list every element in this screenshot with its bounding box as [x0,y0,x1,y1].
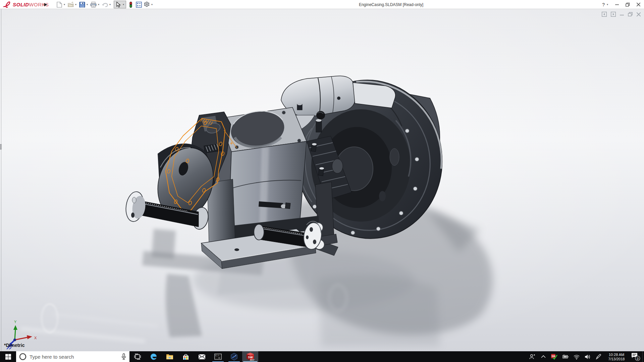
show-desktop-button[interactable] [642,351,644,362]
rebuild-button[interactable] [127,1,134,8]
file-explorer-button[interactable] [162,351,178,362]
windows-taskbar: Type here to search [0,351,644,362]
window-controls: ? ▾ [602,0,641,9]
panel-splitter[interactable] [1,9,1,351]
people-button[interactable] [527,351,538,362]
battery-button[interactable] [560,351,571,362]
close-button[interactable] [635,1,641,8]
help-button[interactable]: ? [602,2,605,7]
mail-icon [198,354,206,360]
doc-minimize-button[interactable] [620,12,624,16]
taskbar-clock[interactable]: 10:28 AM 7/13/2018 [604,352,629,361]
traffic-light-icon [127,1,134,8]
engine-casing-model[interactable] [0,9,644,351]
system-tray: SW [527,351,644,362]
command-prompt-icon: C:\ [214,354,222,360]
gear-icon [143,1,150,8]
sw-cube-year: 2017 [250,359,255,361]
document-title: EngineCasing.SLDASM [Read-only] [341,0,441,9]
volume-button[interactable] [582,351,593,362]
solidworks-monitor-icon: SW [551,354,558,360]
undo-icon [101,1,108,8]
svg-text:SW: SW [552,355,555,357]
solidworks-logo: SOLIDWORKS [3,1,49,8]
new-document-button[interactable]: ▾ [56,1,66,8]
windows-logo-icon [5,354,11,360]
dock-right-button[interactable] [611,12,616,17]
windows-ink-button[interactable] [593,351,604,362]
command-prompt-button[interactable]: C:\ [210,351,226,362]
action-center-icon: 2 [631,352,640,361]
doc-close-button[interactable] [637,12,641,16]
hexagon-app-icon [230,353,238,361]
display-settings-icon [135,1,142,8]
view-orientation-label: *Dimetric [4,343,24,348]
brand-bold: SOLID [13,2,29,7]
solidworks-monitor-button[interactable]: SW [549,351,560,362]
cortana-icon [19,353,27,361]
wifi-icon [573,354,580,360]
chevron-up-icon [541,355,546,359]
notification-badge: 2 [637,357,639,360]
select-tool-button[interactable]: ▾ [114,1,126,8]
battery-icon [562,354,569,359]
triad-x-label: X [34,336,37,340]
mail-button[interactable] [194,351,210,362]
document-window-controls [602,12,641,17]
options-button[interactable]: ▾ [143,1,154,8]
speaker-icon [584,354,591,360]
new-document-icon [56,1,63,8]
search-placeholder: Type here to search [30,354,118,360]
restore-button[interactable] [625,1,631,8]
taskbar-search[interactable]: Type here to search [16,351,129,362]
store-button[interactable] [178,351,194,362]
edge-button[interactable] [146,351,162,362]
select-cursor-icon [115,1,122,8]
people-icon [529,354,535,360]
doc-restore-button[interactable] [628,12,633,16]
task-view-button[interactable] [129,351,146,362]
print-button[interactable]: ▾ [90,1,100,8]
panel-splitter-handle[interactable] [0,144,2,149]
clock-date: 7/13/2018 [604,357,629,361]
dock-left-button[interactable] [602,12,607,17]
help-dropdown[interactable]: ▾ [606,3,609,6]
save-floppy-icon [78,1,86,8]
action-center-button[interactable]: 2 [629,351,642,362]
ds-swoosh-icon [3,1,11,8]
microphone-icon[interactable] [121,353,127,360]
sw-cube-text: SW [248,356,253,359]
start-button[interactable] [0,351,16,362]
file-explorer-icon [166,354,173,360]
clock-time: 10:28 AM [604,353,629,357]
edge-icon [150,353,158,361]
hexagon-app-button[interactable] [226,351,242,362]
standard-toolbar: ▾ ▾ ▾ ▾ ▾ ▾ [56,0,155,9]
menu-expand-arrow[interactable]: ▶ [43,1,48,8]
save-button[interactable]: ▾ [78,1,89,8]
wifi-button[interactable] [571,351,582,362]
cmd-prompt-text: C:\ [215,355,219,357]
undo-button[interactable]: ▾ [101,1,112,8]
triad-y-label: Y [14,320,17,324]
solidworks-2017-icon: SW 2017 [246,352,255,361]
minimize-button[interactable] [614,1,620,8]
print-icon [90,1,97,8]
hidden-icons-button[interactable] [538,351,549,362]
solidworks-2017-button[interactable]: SW 2017 [242,351,258,362]
open-folder-icon [67,1,74,8]
title-bar: SOLIDWORKS ▶ ▾ ▾ ▾ ▾ ▾ [0,0,644,9]
task-view-icon [134,354,141,360]
open-button[interactable]: ▾ [67,1,77,8]
store-icon [182,353,189,360]
display-settings-button[interactable] [135,1,142,8]
graphics-area[interactable]: Y X *Dimetric [0,9,644,351]
pen-icon [596,354,602,360]
